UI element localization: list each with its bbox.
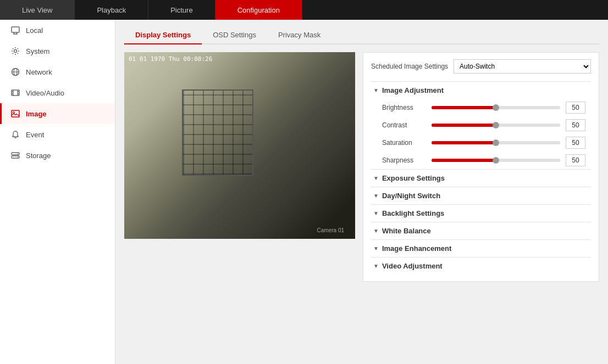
sharpness-label: Sharpness xyxy=(382,156,426,164)
chevron-right-icon3: ▼ xyxy=(373,210,379,216)
section-header-exposure[interactable]: ▼ Exposure Settings xyxy=(371,170,591,187)
section-header-image-adjustment[interactable]: ▼ Image Adjustment xyxy=(371,82,591,99)
section-label-white-balance: White Balance xyxy=(382,227,431,235)
chevron-right-icon4: ▼ xyxy=(373,228,379,234)
section-header-white-balance[interactable]: ▼ White Balance xyxy=(371,222,591,239)
section-label-day-night: Day/Night Switch xyxy=(382,192,440,200)
svg-rect-15 xyxy=(12,110,19,117)
sidebar-label-local: Local xyxy=(26,26,43,35)
svg-point-20 xyxy=(18,156,19,158)
nav-configuration[interactable]: Configuration xyxy=(215,0,302,20)
tab-bar: Display Settings OSD Settings Privacy Ma… xyxy=(124,26,599,44)
saturation-row: Saturation 50 xyxy=(371,134,591,152)
camera-image xyxy=(124,52,355,239)
section-image-enhancement: ▼ Image Enhancement xyxy=(371,239,591,257)
svg-rect-14 xyxy=(18,93,19,94)
sidebar-label-system: System xyxy=(26,47,49,55)
image-icon xyxy=(10,109,20,119)
brightness-label: Brightness xyxy=(382,104,426,111)
sidebar-label-storage: Storage xyxy=(26,152,51,160)
sharpness-value: 50 xyxy=(566,154,585,166)
nav-playback[interactable]: Playback xyxy=(75,0,148,20)
film-icon xyxy=(10,88,20,98)
chevron-right-icon5: ▼ xyxy=(373,245,379,251)
content-area: Display Settings OSD Settings Privacy Ma… xyxy=(115,20,608,364)
settings-panel: Scheduled Image Settings Auto-Switch Sch… xyxy=(363,52,599,282)
main-layout: Local System Network xyxy=(0,20,608,364)
section-label-image-enhancement: Image Enhancement xyxy=(382,244,451,253)
brightness-row: Brightness 50 xyxy=(371,99,591,116)
scheduled-image-label: Scheduled Image Settings xyxy=(371,63,448,70)
sharpness-row: Sharpness 50 xyxy=(371,152,591,169)
gear-icon xyxy=(10,46,20,56)
section-label-exposure: Exposure Settings xyxy=(382,174,445,182)
top-navigation: Live View Playback Picture Configuration xyxy=(0,0,608,20)
sidebar: Local System Network xyxy=(0,20,115,364)
tab-osd-settings[interactable]: OSD Settings xyxy=(202,26,267,44)
section-header-day-night[interactable]: ▼ Day/Night Switch xyxy=(371,187,591,204)
section-header-backlight[interactable]: ▼ Backlight Settings xyxy=(371,205,591,222)
globe-icon xyxy=(10,67,20,77)
chevron-right-icon6: ▼ xyxy=(373,263,379,269)
section-video-adjustment: ▼ Video Adjustment xyxy=(371,257,591,275)
chevron-right-icon: ▼ xyxy=(373,175,379,181)
storage-icon xyxy=(10,150,20,160)
svg-rect-0 xyxy=(12,27,19,32)
saturation-label: Saturation xyxy=(382,139,426,147)
section-backlight: ▼ Backlight Settings xyxy=(371,204,591,222)
nav-live-view[interactable]: Live View xyxy=(0,0,75,20)
monitor-icon xyxy=(10,25,20,35)
scheduled-image-row: Scheduled Image Settings Auto-Switch Sch… xyxy=(371,59,591,74)
brightness-value: 50 xyxy=(566,102,585,114)
sidebar-item-local[interactable]: Local xyxy=(0,20,115,41)
sidebar-label-video-audio: Video/Audio xyxy=(26,89,64,97)
scheduled-image-select[interactable]: Auto-Switch Scheduled Always Day Always … xyxy=(454,59,591,74)
sidebar-item-system[interactable]: System xyxy=(0,41,115,61)
section-header-image-enhancement[interactable]: ▼ Image Enhancement xyxy=(371,240,591,257)
camera-watermark: Camera 01 xyxy=(317,227,344,233)
section-header-video-adjustment[interactable]: ▼ Video Adjustment xyxy=(371,257,591,275)
content-body: 01 01 1970 Thu 00:08:26 Camera 01 Schedu… xyxy=(124,52,599,282)
section-exposure: ▼ Exposure Settings xyxy=(371,169,591,187)
chevron-down-icon: ▼ xyxy=(373,87,379,93)
svg-rect-12 xyxy=(12,93,13,94)
section-day-night: ▼ Day/Night Switch xyxy=(371,187,591,204)
section-image-adjustment: ▼ Image Adjustment Brightness 50 xyxy=(371,81,591,169)
sidebar-item-network[interactable]: Network xyxy=(0,61,115,82)
sidebar-item-event[interactable]: Event xyxy=(0,124,115,145)
section-label-video-adjustment: Video Adjustment xyxy=(382,262,443,270)
section-label-backlight: Backlight Settings xyxy=(382,209,444,217)
nav-picture[interactable]: Picture xyxy=(148,0,215,20)
sidebar-item-video-audio[interactable]: Video/Audio xyxy=(0,82,115,103)
chevron-right-icon2: ▼ xyxy=(373,193,379,199)
sidebar-label-event: Event xyxy=(26,131,44,139)
contrast-value: 50 xyxy=(566,119,585,131)
contrast-row: Contrast 50 xyxy=(371,116,591,134)
saturation-value: 50 xyxy=(566,137,585,149)
svg-rect-11 xyxy=(12,91,13,92)
camera-preview: 01 01 1970 Thu 00:08:26 Camera 01 xyxy=(124,52,355,239)
sidebar-item-image[interactable]: Image xyxy=(0,103,115,124)
sidebar-label-image: Image xyxy=(26,110,47,118)
tab-display-settings[interactable]: Display Settings xyxy=(124,26,202,44)
contrast-label: Contrast xyxy=(382,121,426,129)
svg-rect-13 xyxy=(18,91,19,92)
tab-privacy-mask[interactable]: Privacy Mask xyxy=(267,26,331,44)
section-label-image-adjustment: Image Adjustment xyxy=(382,86,444,94)
svg-point-16 xyxy=(13,112,15,114)
svg-point-19 xyxy=(18,153,19,154)
svg-point-4 xyxy=(14,50,17,53)
camera-timestamp: 01 01 1970 Thu 00:08:26 xyxy=(129,55,212,63)
bell-icon xyxy=(10,130,20,139)
sidebar-label-network: Network xyxy=(26,68,52,76)
section-white-balance: ▼ White Balance xyxy=(371,222,591,239)
svg-rect-8 xyxy=(12,90,19,96)
sidebar-item-storage[interactable]: Storage xyxy=(0,145,115,166)
